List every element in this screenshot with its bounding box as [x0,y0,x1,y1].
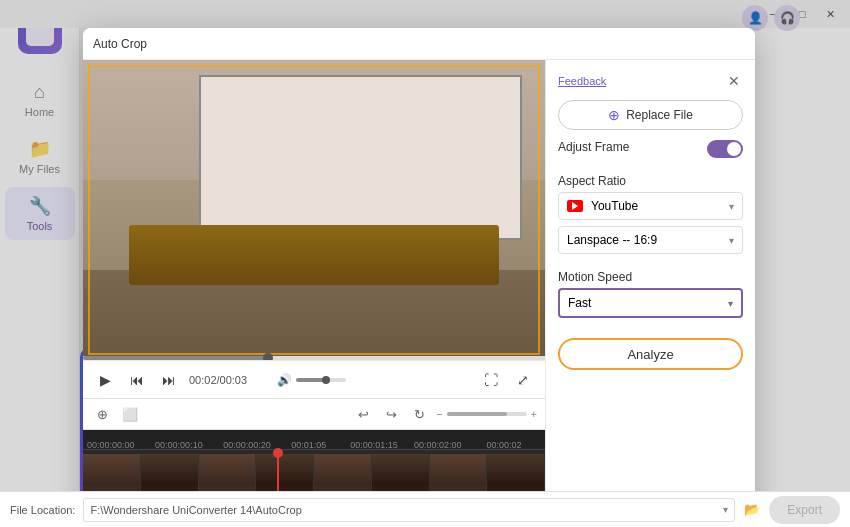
adjust-frame-toggle[interactable] [707,140,743,158]
crop-overlay [83,60,545,360]
motion-speed-dropdown[interactable]: Fast ▾ [558,288,743,318]
expand-btn[interactable]: ⤢ [511,368,535,392]
fullscreen-btn[interactable]: ⛶ [479,368,503,392]
playhead-marker [273,448,283,458]
zoom-in-icon[interactable]: + [531,408,537,420]
modal-titlebar: Auto Crop [83,28,755,60]
zoom-out-icon[interactable]: − [436,408,442,420]
aspect-ratio-sub-value: Lanspace -- 16:9 [567,233,657,247]
volume-slider[interactable] [296,378,346,382]
motion-speed-value: Fast [568,296,591,310]
ruler-mark-2: 00:00:00:20 [223,440,271,450]
zoom-fill [447,412,507,416]
dropdown-chevron: ▾ [729,201,734,212]
adjust-frame-label: Adjust Frame [558,140,629,154]
aspect-ratio-value: YouTube [591,199,638,213]
aspect-ratio-sub-dropdown[interactable]: Lanspace -- 16:9 ▾ [558,226,743,254]
aspect-ratio-dropdown[interactable]: YouTube ▾ [558,192,743,220]
volume-thumb[interactable] [322,376,330,384]
undo-btn[interactable]: ↩ [352,403,374,425]
ruler-mark-0: 00:00:00:00 [87,440,135,450]
ruler-mark-3: 00:01:05 [291,440,326,450]
modal-body: ▶ ⏮ ⏭ 00:02/00:03 🔊 ⛶ ⤢ ⊕ ⬜ [83,60,755,518]
file-path-chevron: ▾ [723,504,728,515]
next-btn[interactable]: ⏭ [157,368,181,392]
timeline-ruler: 00:00:00:00 00:00:00:10 00:00:00:20 00:0… [83,430,545,450]
file-path-select[interactable]: F:\Wondershare UniConverter 14\AutoCrop … [83,498,735,522]
dropdown-row: YouTube [567,199,638,213]
add-track-btn[interactable]: ⊕ [91,403,113,425]
video-area [83,60,545,360]
modal-title: Auto Crop [93,37,147,51]
modal-right-panel: Feedback ✕ ⊕ Replace File Adjust Frame A… [545,60,755,518]
aspect-ratio-label: Aspect Ratio [558,174,743,188]
file-location-label: File Location: [10,504,75,516]
refresh-btn[interactable]: ↻ [408,403,430,425]
panel-header: Feedback ✕ [558,72,743,90]
volume-icon: 🔊 [277,373,292,387]
video-controls: ▶ ⏮ ⏭ 00:02/00:03 🔊 ⛶ ⤢ [83,360,545,398]
crop-border [88,65,540,355]
toggle-knob [727,142,741,156]
ruler-mark-1: 00:00:00:10 [155,440,203,450]
zoom-control[interactable]: − + [436,408,537,420]
file-path-value: F:\Wondershare UniConverter 14\AutoCrop [90,504,301,516]
aspect-ratio-section: Aspect Ratio YouTube ▾ Lanspace -- 16:9 … [558,174,743,260]
motion-speed-section: Motion Speed Fast ▾ [558,270,743,328]
video-progress-bar[interactable] [83,356,545,360]
replace-file-btn[interactable]: ⊕ Replace File [558,100,743,130]
zoom-slider[interactable] [447,412,527,416]
video-section: ▶ ⏮ ⏭ 00:02/00:03 🔊 ⛶ ⤢ ⊕ ⬜ [83,60,545,518]
timeline-toolbar: ⊕ ⬜ ↩ ↪ ↻ − + [83,398,545,430]
ruler-mark-6: 00:00:02 [487,440,522,450]
youtube-icon [567,200,583,212]
replace-icon: ⊕ [608,107,620,123]
analyze-btn[interactable]: Analyze [558,338,743,370]
adjust-frame-row: Adjust Frame [558,140,743,158]
export-btn[interactable]: Export [769,496,840,524]
prev-btn[interactable]: ⏮ [125,368,149,392]
dropdown-chevron-2: ▾ [729,235,734,246]
ruler-mark-4: 00:00:01:15 [350,440,398,450]
video-progress-fill [83,356,268,360]
yt-play-icon [572,202,578,210]
feedback-link[interactable]: Feedback [558,75,606,87]
folder-icon[interactable]: 📂 [743,501,761,519]
motion-speed-label: Motion Speed [558,270,743,284]
time-display: 00:02/00:03 [189,374,269,386]
redo-btn[interactable]: ↪ [380,403,402,425]
video-progress-thumb[interactable] [263,353,273,360]
motion-speed-chevron: ▾ [728,298,733,309]
replace-label: Replace File [626,108,693,122]
ruler-mark-5: 00:00:02:00 [414,440,462,450]
panel-close-btn[interactable]: ✕ [725,72,743,90]
play-btn[interactable]: ▶ [93,368,117,392]
bottom-bar: File Location: F:\Wondershare UniConvert… [0,491,850,527]
split-btn[interactable]: ⬜ [119,403,141,425]
volume-control[interactable]: 🔊 [277,373,346,387]
autocrop-modal: Auto Crop [83,28,755,518]
